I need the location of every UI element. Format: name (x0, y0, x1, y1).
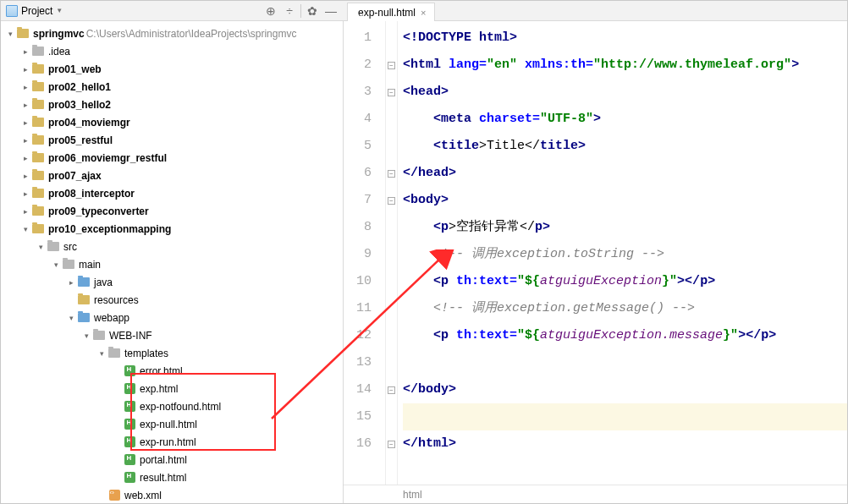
chevron-down-icon[interactable]: ▾ (65, 314, 77, 322)
tree-root[interactable]: ▾ springmvc C:\Users\Administrator\IdeaP… (1, 25, 343, 42)
module-icon (32, 189, 44, 198)
tree-item-module[interactable]: ▸pro02_hello1 (1, 78, 343, 96)
fold-icon[interactable]: − (388, 386, 395, 394)
module-icon (32, 100, 44, 109)
breadcrumb-item[interactable]: html (403, 489, 422, 501)
code-area[interactable]: <!DOCTYPE html> <html lang="en" xmlns:th… (398, 21, 847, 485)
editor-breadcrumb[interactable]: html (344, 485, 847, 503)
fold-icon[interactable]: − (388, 441, 395, 448)
module-icon (32, 118, 44, 127)
project-tree[interactable]: ▾ springmvc C:\Users\Administrator\IdeaP… (1, 21, 344, 503)
chevron-right-icon[interactable]: ▸ (19, 172, 31, 180)
folder-icon (32, 47, 44, 56)
html-file-icon (124, 365, 135, 376)
module-icon (32, 206, 44, 216)
tree-file[interactable]: ▸result.html (1, 468, 343, 486)
divider (300, 4, 301, 18)
fold-gutter: − − − − − − (386, 21, 398, 485)
editor-tab-exp-null[interactable]: exp-null.html × (347, 3, 435, 21)
fold-icon[interactable]: − (388, 197, 395, 205)
fold-icon[interactable]: − (388, 170, 395, 178)
tree-item-module-open[interactable]: ▾pro10_exceptionmapping (1, 220, 343, 238)
module-icon (32, 171, 44, 180)
chevron-right-icon[interactable]: ▸ (19, 101, 31, 109)
folder-icon (47, 242, 59, 251)
chevron-right-icon[interactable]: ▸ (19, 47, 31, 56)
collapse-all-icon[interactable]: ÷ (282, 3, 297, 19)
chevron-right-icon[interactable]: ▸ (19, 83, 31, 91)
chevron-right-icon[interactable]: ▸ (19, 189, 31, 198)
project-tool-window-header: Project ▼ ⊕ ÷ ✿ — (1, 1, 344, 20)
chevron-down-icon[interactable]: ▾ (35, 243, 47, 251)
tree-file[interactable]: ▸error.html (1, 362, 343, 380)
project-icon (6, 5, 18, 17)
chevron-down-icon[interactable]: ▾ (4, 30, 16, 38)
fold-icon[interactable]: − (388, 89, 395, 96)
chevron-right-icon[interactable]: ▸ (19, 136, 31, 145)
source-folder-icon (78, 277, 90, 287)
tree-file[interactable]: ▸exp.html (1, 380, 343, 397)
project-tool-label[interactable]: Project (21, 5, 52, 17)
tree-item-module[interactable]: ▸pro01_web (1, 60, 343, 78)
editor-tabs-bar: exp-null.html × (344, 1, 847, 20)
tree-item-module[interactable]: ▸pro08_interceptor (1, 184, 343, 202)
chevron-down-icon[interactable]: ▾ (19, 225, 31, 233)
tree-item-templates[interactable]: ▾templates (1, 344, 343, 362)
tree-item-webinf[interactable]: ▾WEB-INF (1, 326, 343, 344)
module-icon (32, 82, 44, 91)
tree-file[interactable]: ▸portal.html (1, 451, 343, 468)
tab-filename: exp-null.html (358, 7, 416, 19)
chevron-down-icon[interactable]: ▾ (80, 331, 92, 340)
folder-icon (108, 348, 120, 358)
gear-icon[interactable]: ✿ (305, 3, 320, 19)
chevron-down-icon[interactable]: ▾ (50, 260, 62, 269)
line-number-gutter: 1234 5678 9101112 13141516 (344, 21, 386, 485)
folder-icon (63, 260, 74, 269)
tree-item-module[interactable]: ▸pro06_moviemgr_restful (1, 149, 343, 167)
html-file-icon (124, 419, 135, 430)
chevron-right-icon[interactable]: ▸ (19, 207, 31, 216)
tree-item-module[interactable]: ▸pro05_restful (1, 131, 343, 149)
hide-icon[interactable]: — (323, 3, 339, 19)
tree-item-module[interactable]: ▸pro09_typeconverter (1, 202, 343, 220)
tree-item-module[interactable]: ▸pro03_hello2 (1, 96, 343, 113)
tree-item-src[interactable]: ▾src (1, 238, 343, 255)
module-icon (32, 153, 44, 162)
tree-file[interactable]: ▸exp-null.html (1, 415, 343, 433)
html-file-icon (124, 401, 135, 412)
tree-file-webxml[interactable]: ▸web.xml (1, 486, 343, 503)
tree-item-webapp[interactable]: ▾webapp (1, 309, 343, 326)
chevron-down-icon[interactable]: ▼ (56, 7, 63, 14)
chevron-right-icon[interactable]: ▸ (65, 278, 77, 287)
module-icon (32, 64, 44, 74)
module-icon (32, 135, 44, 145)
chevron-down-icon[interactable]: ▾ (96, 349, 107, 358)
tree-item-java[interactable]: ▸java (1, 273, 343, 291)
fold-icon[interactable]: − (388, 62, 395, 69)
select-opened-file-icon[interactable]: ⊕ (263, 3, 278, 19)
current-line (403, 403, 847, 430)
chevron-right-icon[interactable]: ▸ (19, 154, 31, 162)
module-icon (32, 224, 44, 233)
chevron-right-icon[interactable]: ▸ (19, 118, 31, 127)
tree-item-module[interactable]: ▸pro07_ajax (1, 167, 343, 184)
folder-icon (17, 29, 29, 38)
close-tab-icon[interactable]: × (419, 8, 427, 18)
xml-file-icon (109, 490, 120, 501)
tree-item-main[interactable]: ▾main (1, 255, 343, 273)
tree-item-resources[interactable]: ▸resources (1, 291, 343, 309)
resources-folder-icon (78, 295, 90, 304)
html-file-icon (124, 383, 135, 394)
tree-file[interactable]: ▸exp-notfound.html (1, 397, 343, 415)
folder-icon (93, 331, 105, 340)
html-file-icon (124, 472, 135, 483)
html-file-icon (124, 436, 135, 447)
tree-file[interactable]: ▸exp-run.html (1, 433, 343, 451)
code-editor[interactable]: 1234 5678 9101112 13141516 − − − − − − <… (344, 21, 847, 503)
web-folder-icon (78, 313, 90, 322)
chevron-right-icon[interactable]: ▸ (19, 65, 31, 74)
tree-item-module[interactable]: ▸pro04_moviemgr (1, 113, 343, 131)
tree-item-idea[interactable]: ▸ .idea (1, 42, 343, 60)
html-file-icon (124, 454, 135, 465)
